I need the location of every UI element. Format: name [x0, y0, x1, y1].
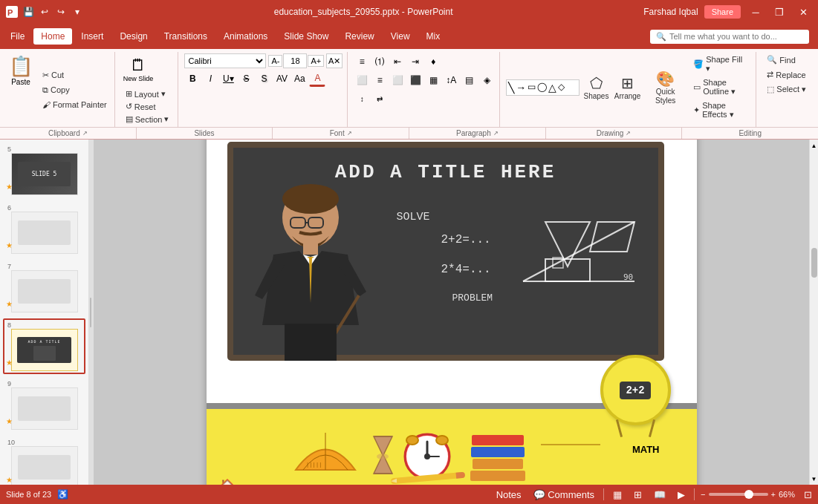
scroll-track[interactable] — [811, 151, 818, 473]
zoom-out-button[interactable]: − — [701, 490, 705, 499]
menu-transitions[interactable]: Transitions — [157, 28, 215, 45]
slide-thumb-7[interactable]: 7 ★ — [3, 260, 85, 315]
bullets-button[interactable]: ≡ — [354, 53, 370, 70]
strikethrough-button[interactable]: S — [238, 71, 254, 87]
drawing-expand-icon[interactable]: ↗ — [626, 130, 631, 137]
columns-button[interactable]: ▦ — [425, 72, 441, 88]
fit-button[interactable]: ⊡ — [804, 489, 812, 500]
font-expand-icon[interactable]: ↗ — [347, 130, 352, 137]
menu-animations[interactable]: Animations — [216, 28, 275, 45]
restore-button[interactable]: ❒ — [770, 3, 788, 21]
slide-thumb-9[interactable]: 9 ★ — [3, 377, 85, 433]
slideshow-button[interactable]: ▶ — [675, 488, 688, 502]
zoom-slider[interactable] — [709, 493, 768, 496]
shape-oval[interactable]: ◯ — [537, 82, 547, 94]
search-input[interactable] — [669, 32, 803, 41]
menu-mix[interactable]: Mix — [419, 28, 448, 45]
menu-view[interactable]: View — [383, 28, 418, 45]
text-direction-button[interactable]: ↕A — [443, 72, 459, 88]
slide-img-7 — [11, 270, 78, 312]
slide-thumb-5[interactable]: 5 SLIDE 5 ★ — [3, 143, 85, 198]
menu-insert[interactable]: Insert — [74, 28, 111, 45]
scroll-thumb[interactable] — [811, 248, 817, 278]
bold-button[interactable]: B — [184, 71, 201, 87]
scroll-up-button[interactable]: ▲ — [810, 140, 819, 151]
numbering-button[interactable]: ⑴ — [371, 53, 388, 70]
align-text-button[interactable]: ▤ — [461, 72, 477, 88]
minimize-button[interactable]: ─ — [747, 3, 765, 21]
smartart-button[interactable]: ♦ — [425, 53, 441, 70]
increase-font-button[interactable]: A+ — [308, 55, 324, 67]
shape-fill-button[interactable]: 🪣 Shape Fill ▾ — [689, 53, 751, 75]
zoom-slider-thumb[interactable] — [744, 490, 753, 499]
paragraph-direction-button[interactable]: ⇄ — [371, 91, 388, 107]
select-button[interactable]: ⬚ Select ▾ — [762, 83, 811, 96]
save-icon[interactable]: 💾 — [22, 6, 34, 18]
new-slide-button[interactable]: 🗒 New Slide — [121, 53, 156, 85]
slide-sorter-button[interactable]: ⊞ — [631, 488, 645, 502]
section-button[interactable]: ▤ Section▾ — [121, 113, 174, 125]
align-left-button[interactable]: ⬜ — [354, 72, 370, 88]
replace-button[interactable]: ⇄ Replace — [762, 68, 811, 81]
search-box[interactable]: 🔍 — [650, 30, 809, 44]
align-center-button[interactable]: ≡ — [371, 72, 388, 88]
arrange-button[interactable]: ⊞ Arrange — [613, 72, 642, 103]
accessibility-button[interactable]: ♿ — [57, 489, 68, 500]
convert-smartart-button[interactable]: ◈ — [478, 72, 495, 88]
slide-thumb-10[interactable]: 10 ★ — [3, 436, 85, 485]
increase-indent-button[interactable]: ⇥ — [407, 53, 423, 70]
shadow-button[interactable]: S — [256, 71, 272, 87]
reading-view-button[interactable]: 📖 — [651, 488, 669, 502]
font-color-button[interactable]: A — [309, 71, 325, 87]
notes-button[interactable]: Notes — [493, 488, 525, 502]
menu-file[interactable]: File — [3, 28, 32, 45]
menu-home[interactable]: Home — [33, 28, 72, 45]
share-button[interactable]: Share — [704, 5, 741, 19]
decrease-font-button[interactable]: A- — [268, 55, 282, 67]
cut-button[interactable]: ✂ Cut — [38, 69, 111, 82]
slide-thumb-6[interactable]: 6 ★ — [3, 201, 85, 257]
zoom-in-button[interactable]: + — [771, 490, 776, 499]
underline-button[interactable]: U▾ — [220, 71, 236, 87]
redo-icon[interactable]: ↪ — [55, 6, 67, 18]
font-case-button[interactable]: Aa — [291, 71, 308, 87]
char-spacing-button[interactable]: AV — [273, 71, 290, 87]
shape-outline-button[interactable]: ▭ Shape Outline ▾ — [689, 76, 751, 98]
line-spacing-button[interactable]: ↕ — [354, 91, 370, 107]
shape-triangle[interactable]: △ — [548, 82, 556, 94]
menu-design[interactable]: Design — [112, 28, 155, 45]
paste-button[interactable]: 📋 Paste — [6, 52, 36, 89]
shape-rect[interactable]: ▭ — [528, 82, 536, 94]
clipboard-expand-icon[interactable]: ↗ — [82, 130, 88, 137]
scroll-down-button[interactable]: ▼ — [810, 473, 819, 485]
shape-effects-button[interactable]: ✦ Shape Effects ▾ — [689, 99, 751, 121]
font-name-select[interactable]: Calibri — [184, 53, 266, 68]
shape-line[interactable]: ╲ — [508, 82, 514, 94]
layout-button[interactable]: ⊞ Layout▾ — [121, 88, 174, 100]
copy-button[interactable]: ⧉ Copy — [38, 84, 111, 96]
paragraph-expand-icon[interactable]: ↗ — [493, 130, 499, 137]
close-button[interactable]: ✕ — [794, 3, 812, 21]
teacher-figure — [244, 177, 377, 366]
justify-button[interactable]: ⬛ — [407, 72, 423, 88]
quick-styles-button[interactable]: 🎨 Quick Styles — [645, 68, 686, 108]
format-painter-button[interactable]: 🖌 Format Painter — [38, 99, 111, 111]
shape-diamond[interactable]: ◇ — [558, 82, 565, 94]
customize-icon[interactable]: ▾ — [71, 6, 83, 18]
shapes-button[interactable]: ⬠ Shapes — [582, 72, 611, 103]
copy-icon: ⧉ — [42, 85, 48, 95]
decrease-indent-button[interactable]: ⇤ — [389, 53, 406, 70]
menu-review[interactable]: Review — [337, 28, 381, 45]
menu-slideshow[interactable]: Slide Show — [276, 28, 336, 45]
find-button[interactable]: 🔍 Find — [762, 53, 811, 66]
normal-view-button[interactable]: ▦ — [610, 488, 625, 502]
slide-thumb-8[interactable]: 8 ADD A TITLE ★ — [3, 318, 85, 374]
reset-button[interactable]: ↺ Reset — [121, 100, 174, 113]
italic-button[interactable]: I — [202, 71, 218, 87]
clear-format-button[interactable]: A✕ — [326, 53, 343, 68]
align-right-button[interactable]: ⬜ — [389, 72, 406, 88]
font-size-input[interactable] — [283, 53, 307, 68]
shape-arrow[interactable]: → — [516, 82, 526, 94]
comments-button[interactable]: 💬 Comments — [530, 488, 597, 502]
undo-icon[interactable]: ↩ — [39, 6, 51, 18]
